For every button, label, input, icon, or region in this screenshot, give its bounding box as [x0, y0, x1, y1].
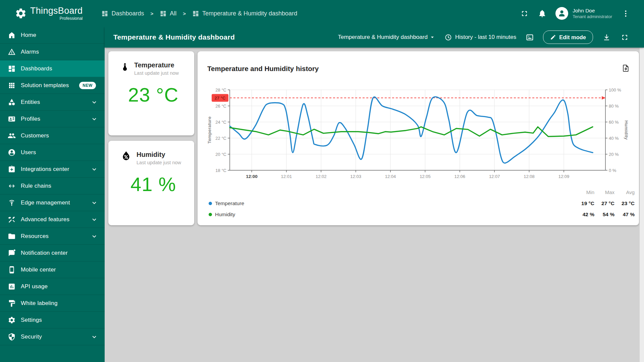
sidebar-item-security[interactable]: Security [0, 328, 105, 345]
chevron-down-icon [91, 166, 98, 173]
edge-management-icon [8, 199, 16, 207]
alarms-icon [8, 48, 16, 56]
sidebar-item-users[interactable]: Users [0, 144, 105, 161]
sidebar-item-label: Advanced features [21, 216, 86, 223]
humidity-card[interactable]: Humidity Last update just now 41 % [108, 141, 194, 225]
dashboard-content: Temperature Last update just now 23 °C H… [105, 48, 644, 362]
legend-label: Humidity [215, 212, 235, 218]
time-window-button[interactable]: History - last 10 minutes [444, 34, 516, 41]
white-labeling-icon [8, 299, 16, 307]
sidebar-item-api-usage[interactable]: API usage [0, 278, 105, 295]
chart-title: Temperature and Humidity history [207, 65, 319, 73]
history-chart[interactable]: 12:0012:0112:0212:0312:0412:0512:0612:07… [198, 81, 639, 181]
breadcrumb-separator: > [148, 11, 155, 16]
thingsboard-app: ThingsBoard Professional Dashboards>All>… [0, 0, 644, 362]
download-icon[interactable] [602, 33, 611, 42]
svg-text:22 °C: 22 °C [215, 136, 226, 141]
sidebar-item-alarms[interactable]: Alarms [0, 44, 105, 60]
breadcrumb-item-dashboards[interactable]: Dashboards [101, 10, 144, 17]
sidebar-item-customers[interactable]: Customers [0, 127, 105, 144]
scrollbar[interactable] [640, 48, 644, 362]
breadcrumb-label: Temperature & Humidity dashboard [202, 10, 297, 17]
breadcrumb: Dashboards>All>Temperature & Humidity da… [101, 10, 297, 17]
sidebar-item-profiles[interactable]: Profiles [0, 111, 105, 127]
user-menu[interactable]: John Doe Tenant administrator [555, 7, 612, 20]
thermometer-icon [120, 60, 129, 75]
sidebar-item-label: Resources [21, 233, 86, 240]
dashboards-icon [192, 10, 199, 17]
customers-icon [8, 132, 16, 140]
entities-icon [8, 98, 16, 106]
logo-title: ThingsBoard [30, 6, 83, 15]
dashboards-icon [8, 65, 16, 73]
user-role: Tenant administrator [573, 14, 612, 19]
edit-mode-button[interactable]: Edit mode [543, 31, 593, 44]
chevron-down-icon [91, 99, 98, 106]
sidebar-item-label: Mobile center [21, 266, 98, 273]
avatar [555, 7, 568, 20]
breadcrumb-label: Dashboards [111, 10, 144, 17]
solution-templates-icon [8, 81, 16, 89]
sidebar-item-label: Dashboards [21, 65, 98, 72]
sidebar-item-settings[interactable]: Settings [0, 312, 105, 328]
sidebar-item-dashboards[interactable]: Dashboards [0, 60, 105, 77]
svg-text:12:09: 12:09 [558, 174, 570, 179]
sidebar-item-solution-templates[interactable]: Solution templatesNEW [0, 77, 105, 94]
sidebar-item-label: Solution templates [21, 82, 74, 89]
mobile-center-icon [8, 266, 16, 274]
stat-max-humidity: 54 % [594, 209, 614, 220]
settings-icon [8, 316, 16, 324]
chart-legend: MinMaxAvgTemperature19 °C27 °C23 °CHumid… [209, 187, 635, 220]
sidebar-item-rule-chains[interactable]: Rule chains [0, 178, 105, 194]
logo-subtitle: Professional [60, 16, 83, 21]
new-badge: NEW [79, 82, 96, 89]
sidebar-item-mobile-center[interactable]: Mobile center [0, 261, 105, 278]
sidebar-item-label: Alarms [21, 49, 98, 55]
sidebar-item-notification-center[interactable]: Notification center [0, 245, 105, 261]
sidebar-item-integrations-center[interactable]: Integrations center [0, 161, 105, 178]
svg-text:20 °C: 20 °C [215, 152, 226, 157]
sidebar-item-label: Users [21, 149, 98, 156]
breadcrumb-item-temperature-humidity-dashboard[interactable]: Temperature & Humidity dashboard [192, 10, 297, 17]
temperature-value: 23 °C [120, 83, 186, 106]
advanced-features-icon [8, 216, 16, 224]
dashboard-toolbar: Temperature & Humidity dashboard Tempera… [105, 27, 644, 48]
card-title: Humidity [137, 150, 181, 159]
svg-text:12:05: 12:05 [420, 174, 431, 179]
legend-item-temperature[interactable]: Temperature [209, 198, 574, 209]
breadcrumb-label: All [170, 10, 176, 17]
notifications-bell-icon[interactable] [538, 9, 546, 18]
stat-min-humidity: 42 % [574, 209, 594, 220]
sidebar-item-entities[interactable]: Entities [0, 94, 105, 111]
sidebar-item-white-labeling[interactable]: White labeling [0, 295, 105, 312]
rule-chains-icon [8, 182, 16, 190]
legend-item-humidity[interactable]: Humidity [209, 209, 574, 220]
edit-mode-label: Edit mode [559, 34, 586, 41]
more-vert-icon[interactable] [621, 9, 630, 18]
thingsboard-logo[interactable]: ThingsBoard Professional [15, 6, 83, 21]
sidebar-nav: HomeAlarmsDashboardsSolution templatesNE… [0, 27, 105, 362]
temperature-card[interactable]: Temperature Last update just now 23 °C [108, 51, 194, 135]
sidebar-item-label: Profiles [21, 116, 86, 122]
svg-text:12:08: 12:08 [524, 174, 535, 179]
card-subtitle: Last update just now [137, 160, 181, 166]
sidebar-item-home[interactable]: Home [0, 27, 105, 44]
sidebar-item-edge-management[interactable]: Edge management [0, 194, 105, 211]
toolbar-fullscreen-icon[interactable] [620, 33, 629, 42]
sidebar-item-advanced-features[interactable]: Advanced features [0, 211, 105, 228]
export-file-icon[interactable] [622, 64, 630, 73]
dashboard-select[interactable]: Temperature & Humidity dashboard [338, 34, 435, 41]
image-icon[interactable] [525, 33, 534, 42]
logo-gear-icon [15, 7, 27, 19]
sidebar-item-label: Customers [21, 132, 98, 139]
stats-header-min: Min [574, 187, 594, 198]
svg-text:12:06: 12:06 [454, 174, 466, 179]
svg-text:12:04: 12:04 [385, 174, 396, 179]
stat-max-temperature: 27 °C [594, 198, 614, 209]
svg-text:80 %: 80 % [609, 104, 619, 109]
chevron-down-icon [91, 115, 98, 123]
fullscreen-icon[interactable] [520, 9, 529, 18]
sidebar-item-resources[interactable]: Resources [0, 228, 105, 245]
svg-text:0 %: 0 % [609, 168, 616, 173]
breadcrumb-item-all[interactable]: All [160, 10, 176, 17]
